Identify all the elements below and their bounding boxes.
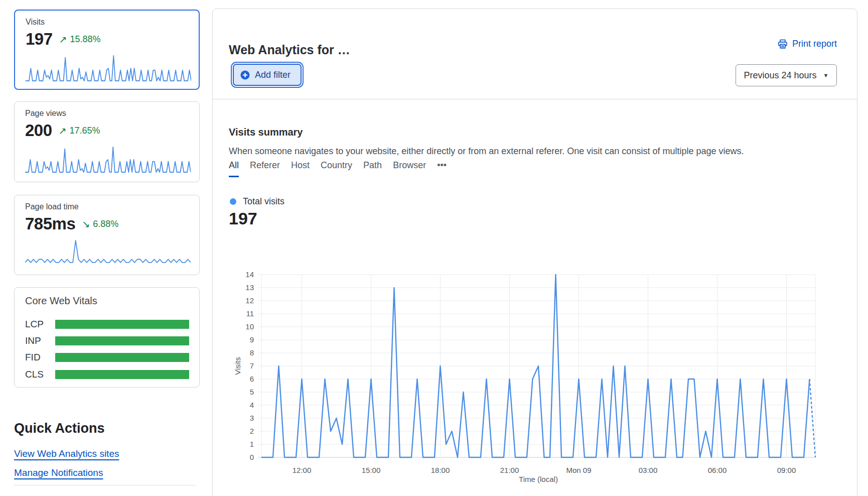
total-visits-value: 197 <box>229 209 257 228</box>
cwv-status-bar <box>55 320 189 329</box>
plus-circle-icon <box>240 70 250 80</box>
tab-overflow-menu[interactable]: ••• <box>437 160 447 177</box>
page-title: Web Analytics for … <box>229 43 350 57</box>
svg-text:18:00: 18:00 <box>431 466 450 474</box>
cwv-metric-label: FID <box>25 352 41 363</box>
printer-icon <box>778 39 788 49</box>
divider <box>14 485 196 485</box>
metric-card-title: Visits <box>26 18 45 27</box>
svg-text:09:00: 09:00 <box>777 466 796 474</box>
print-report-button[interactable]: Print report <box>778 39 837 49</box>
svg-text:Time (local): Time (local) <box>519 475 558 483</box>
core-web-vitals-card: Core Web Vitals LCP INP FID CLS <box>14 287 200 388</box>
divider <box>213 99 857 99</box>
legend-dot-icon <box>230 198 236 205</box>
metric-value-row: 197 ↗ 15.88% <box>26 30 101 49</box>
svg-text:21:00: 21:00 <box>500 466 519 474</box>
core-web-vitals-title: Core Web Vitals <box>25 295 97 307</box>
visits-summary-title: Visits summary <box>229 127 303 138</box>
metric-card-title: Page load time <box>25 202 79 211</box>
metric-card-page-views[interactable]: Page views 200 ↗ 17.65% <box>14 101 200 182</box>
trend-up-icon: ↗ <box>59 126 67 136</box>
add-filter-button[interactable]: Add filter <box>233 64 302 86</box>
manage-notifications-link[interactable]: Manage Notifications <box>14 467 103 478</box>
svg-text:3: 3 <box>250 414 254 422</box>
svg-text:2: 2 <box>250 427 254 435</box>
tab-host[interactable]: Host <box>291 160 310 177</box>
time-range-dropdown[interactable]: Previous 24 hours ▼ <box>736 64 837 86</box>
legend-label: Total visits <box>243 196 284 207</box>
time-range-value: Previous 24 hours <box>744 70 817 81</box>
metric-card-title: Page views <box>25 109 66 118</box>
svg-text:10: 10 <box>245 322 254 331</box>
svg-text:12:00: 12:00 <box>293 466 312 474</box>
metric-value-row: 200 ↗ 17.65% <box>25 121 100 140</box>
trend-percent: 15.88% <box>70 34 100 45</box>
trend-down-icon: ↘ <box>82 219 90 229</box>
visits-summary-description: When someone navigates to your website, … <box>229 146 744 157</box>
cwv-metric-label: LCP <box>25 319 44 330</box>
svg-text:1: 1 <box>250 440 254 448</box>
add-filter-label: Add filter <box>255 70 291 80</box>
main-panel: Web Analytics for … Print report Add fil… <box>212 9 857 496</box>
trend-up-icon: ↗ <box>59 35 67 44</box>
print-report-label: Print report <box>792 39 837 49</box>
metric-value-row: 785ms ↘ 6.88% <box>25 214 118 233</box>
cwv-status-bar <box>55 370 189 379</box>
metric-trend: ↗ 15.88% <box>59 34 101 45</box>
svg-text:03:00: 03:00 <box>639 466 658 474</box>
metric-trend: ↘ 6.88% <box>82 219 118 229</box>
metric-value: 197 <box>26 30 53 49</box>
tab-browser[interactable]: Browser <box>393 160 426 177</box>
metric-value: 200 <box>25 121 52 140</box>
metric-trend: ↗ 17.65% <box>59 126 100 136</box>
page-views-sparkline <box>25 146 191 173</box>
svg-text:14: 14 <box>245 270 254 279</box>
svg-text:Visits: Visits <box>233 357 242 375</box>
tab-referer[interactable]: Referer <box>250 160 280 177</box>
trend-percent: 6.88% <box>93 219 118 229</box>
cwv-metric-label: INP <box>25 335 41 346</box>
svg-text:7: 7 <box>250 361 254 370</box>
quick-actions-title: Quick Actions <box>14 421 105 436</box>
svg-text:15:00: 15:00 <box>362 466 381 474</box>
page-load-sparkline <box>25 239 191 267</box>
svg-text:6: 6 <box>250 375 254 383</box>
svg-text:5: 5 <box>250 388 254 396</box>
caret-down-icon: ▼ <box>823 72 829 78</box>
chart-legend: Total visits <box>230 196 284 207</box>
cwv-metric-label: CLS <box>25 369 44 380</box>
svg-text:Mon 09: Mon 09 <box>566 466 591 474</box>
tab-country[interactable]: Country <box>321 160 352 177</box>
svg-text:0: 0 <box>250 453 254 461</box>
svg-text:12: 12 <box>245 296 254 305</box>
svg-text:13: 13 <box>245 283 254 292</box>
trend-percent: 17.65% <box>69 126 100 136</box>
svg-text:4: 4 <box>250 401 254 409</box>
cwv-status-bar <box>55 336 189 345</box>
metric-value: 785ms <box>25 214 75 233</box>
metric-card-visits[interactable]: Visits 197 ↗ 15.88% <box>14 10 200 90</box>
svg-text:11: 11 <box>246 309 254 318</box>
visits-line-chart: 0123456789101112131412:0015:0018:0021:00… <box>226 262 853 492</box>
view-web-analytics-sites-link[interactable]: View Web Analytics sites <box>14 448 119 459</box>
tab-all[interactable]: All <box>229 160 239 177</box>
metric-card-page-load-time[interactable]: Page load time 785ms ↘ 6.88% <box>14 195 200 275</box>
dimension-tabs: All Referer Host Country Path Browser ••… <box>229 160 447 177</box>
cwv-status-bar <box>55 353 189 362</box>
svg-text:9: 9 <box>250 335 254 344</box>
tab-path[interactable]: Path <box>363 160 382 177</box>
visits-sparkline <box>26 55 191 82</box>
svg-text:06:00: 06:00 <box>708 466 727 474</box>
svg-text:8: 8 <box>250 348 254 357</box>
